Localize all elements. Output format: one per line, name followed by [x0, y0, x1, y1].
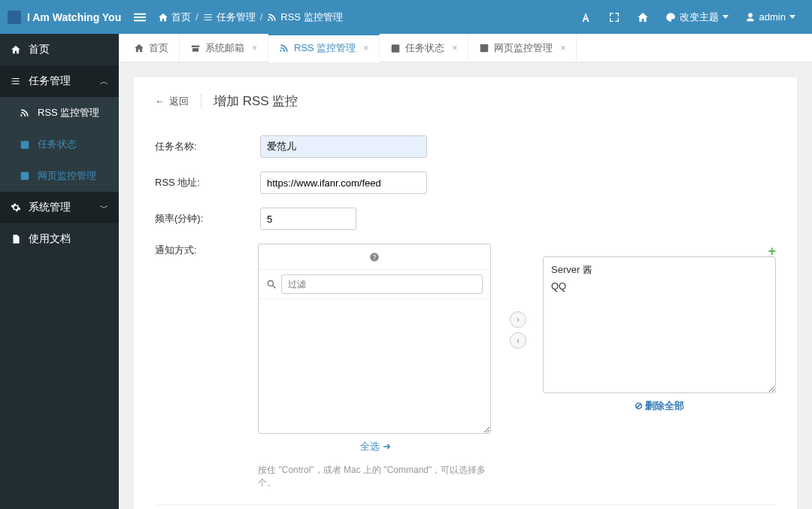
svg-rect-1: [134, 17, 146, 18]
svg-rect-4: [23, 140, 23, 141]
sidebar-docs-label: 使用文档: [29, 232, 71, 246]
svg-rect-0: [134, 13, 146, 14]
hint-text: 按住 "Control"，或者 Mac 上的 "Command"，可以选择多个。: [258, 464, 493, 489]
tab-mailbox-label: 系统邮箱: [205, 41, 244, 55]
tab-mailbox[interactable]: 系统邮箱 ×: [180, 34, 268, 62]
back-label: 返回: [169, 95, 189, 108]
move-left-button[interactable]: ‹: [510, 332, 526, 349]
breadcrumb-rss[interactable]: RSS 监控管理: [267, 11, 342, 24]
sidebar-web-label: 网页监控管理: [38, 169, 96, 183]
svg-text:?: ?: [373, 253, 377, 260]
close-icon[interactable]: ×: [363, 43, 368, 53]
svg-rect-6: [21, 172, 29, 180]
name-label: 任务名称:: [155, 140, 260, 153]
notify-label: 通知方式:: [155, 244, 258, 257]
tab-home-label: 首页: [149, 41, 168, 55]
tab-status[interactable]: 任务状态 ×: [380, 34, 468, 62]
close-icon[interactable]: ×: [560, 43, 565, 53]
sidebar-system-label: 系统管理: [29, 201, 71, 214]
svg-rect-2: [134, 20, 146, 21]
sidebar-item-rss[interactable]: RSS 监控管理: [0, 97, 119, 129]
svg-rect-5: [26, 140, 27, 141]
selected-item[interactable]: Server 酱: [551, 262, 768, 278]
back-link[interactable]: ← 返回: [155, 95, 189, 108]
selected-list[interactable]: Server 酱 QQ: [544, 257, 775, 392]
chevron-down-icon: ﹀: [100, 202, 108, 214]
svg-line-14: [273, 286, 276, 289]
selected-select-box: Server 酱 QQ: [543, 256, 776, 393]
sidebar-rss-label: RSS 监控管理: [38, 106, 99, 120]
sidebar-item-status[interactable]: 任务状态: [0, 129, 119, 160]
home-icon-top[interactable]: [637, 11, 649, 23]
breadcrumb: 首页 / 任务管理 / RSS 监控管理: [158, 11, 343, 24]
sidebar-status-label: 任务状态: [38, 138, 77, 151]
freq-label: 频率(分钟):: [155, 212, 260, 226]
divider: [201, 94, 201, 109]
remove-all-label: 删除全部: [645, 400, 684, 411]
tab-status-label: 任务状态: [405, 41, 444, 55]
menu-toggle-icon[interactable]: [134, 11, 146, 23]
freq-input[interactable]: [260, 208, 356, 230]
svg-rect-3: [21, 141, 29, 149]
search-icon: [266, 279, 277, 289]
sidebar-item-web[interactable]: 网页监控管理: [0, 160, 119, 192]
breadcrumb-home-label: 首页: [171, 11, 191, 24]
breadcrumb-home[interactable]: 首页: [158, 11, 191, 24]
caret-down-icon: [789, 15, 795, 19]
breadcrumb-task-label: 任务管理: [217, 11, 256, 24]
arrow-left-icon: ←: [155, 95, 165, 107]
theme-label: 改变主题: [680, 11, 719, 24]
svg-rect-8: [192, 48, 198, 52]
available-list[interactable]: [259, 299, 490, 433]
caret-down-icon: [723, 15, 729, 19]
filter-input[interactable]: [281, 274, 483, 294]
close-icon[interactable]: ×: [452, 43, 457, 53]
font-icon[interactable]: [580, 11, 592, 23]
sidebar-item-task[interactable]: 任务管理 ︿: [0, 65, 119, 97]
tab-rss[interactable]: RSS 监控管理 ×: [268, 34, 380, 62]
svg-rect-9: [392, 44, 400, 53]
breadcrumb-task[interactable]: 任务管理: [203, 11, 256, 24]
rss-input[interactable]: [260, 171, 427, 194]
select-all-link[interactable]: 全选 ➜: [360, 441, 391, 452]
selected-item[interactable]: QQ: [551, 278, 768, 295]
brand-logo[interactable]: I Am Watching You: [0, 0, 123, 34]
remove-icon: ⊘: [635, 400, 643, 411]
fullscreen-icon[interactable]: [608, 11, 620, 23]
page-title: 增加 RSS 监控: [214, 92, 298, 110]
brand-text: I Am Watching You: [27, 11, 121, 23]
chevron-up-icon: ︿: [100, 76, 108, 87]
logo-icon: [8, 11, 21, 24]
svg-rect-7: [192, 45, 200, 47]
sidebar-item-home[interactable]: 首页: [0, 34, 119, 65]
move-right-button[interactable]: ›: [510, 311, 526, 328]
sidebar-task-label: 任务管理: [29, 74, 71, 88]
arrow-right-icon: ➜: [383, 441, 391, 452]
breadcrumb-rss-label: RSS 监控管理: [280, 11, 342, 24]
tab-web-label: 网页监控管理: [494, 41, 553, 55]
user-dropdown[interactable]: admin: [745, 11, 795, 23]
svg-rect-10: [480, 44, 489, 52]
theme-dropdown[interactable]: 改变主题: [665, 11, 729, 24]
tab-web[interactable]: 网页监控管理 ×: [468, 34, 577, 62]
sidebar-item-system[interactable]: 系统管理 ﹀: [0, 192, 119, 223]
available-select-box: ?: [258, 244, 491, 434]
sidebar-home-label: 首页: [29, 43, 50, 56]
close-icon[interactable]: ×: [252, 43, 257, 53]
tab-rss-label: RSS 监控管理: [294, 41, 356, 55]
remove-all-link[interactable]: ⊘ 删除全部: [635, 400, 685, 411]
help-icon[interactable]: ?: [259, 244, 490, 270]
user-label: admin: [759, 11, 786, 23]
tab-home[interactable]: 首页: [123, 34, 180, 62]
name-input[interactable]: [260, 135, 427, 158]
rss-label: RSS 地址:: [155, 176, 260, 189]
svg-point-13: [268, 280, 273, 286]
sidebar-item-docs[interactable]: 使用文档: [0, 223, 119, 255]
